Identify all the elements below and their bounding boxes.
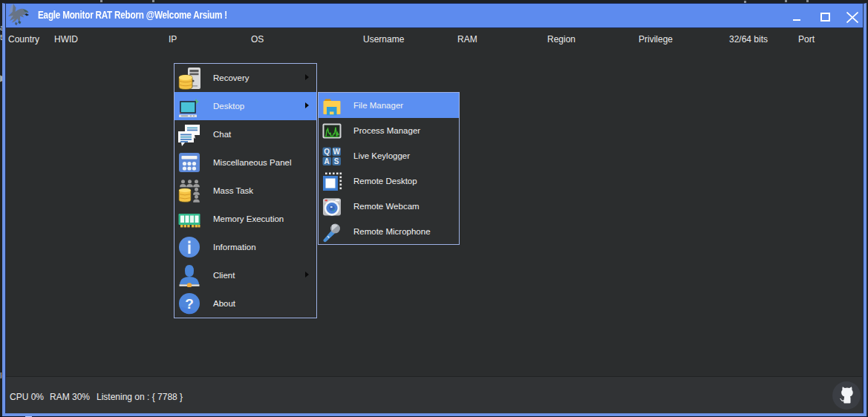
svg-text:A: A xyxy=(324,157,330,165)
svg-text:Q: Q xyxy=(324,148,330,156)
svg-text:W: W xyxy=(333,148,340,156)
svg-text:S: S xyxy=(334,157,339,165)
svg-text:?: ? xyxy=(185,296,194,312)
